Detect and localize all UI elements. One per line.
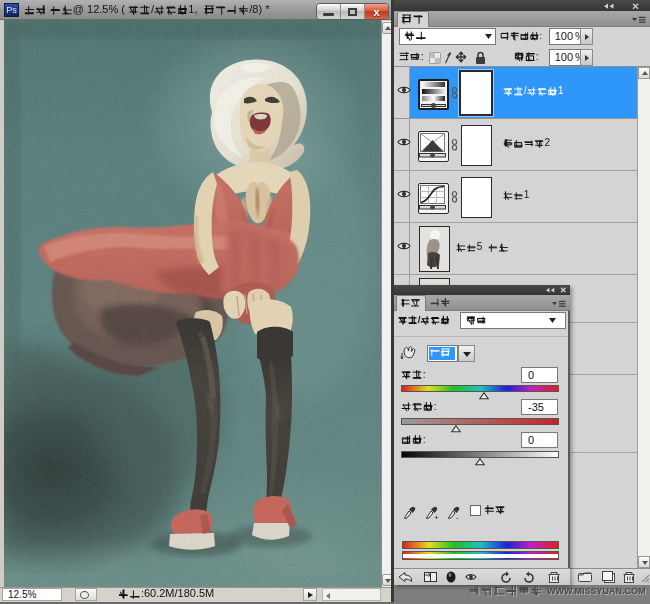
svg-text::: :: [434, 400, 437, 412]
svg-text:5: 5: [477, 241, 483, 252]
svg-text::: :: [421, 50, 424, 62]
svg-text:+: +: [434, 513, 439, 522]
svg-text:2: 2: [545, 137, 551, 148]
svg-text::: :: [423, 368, 426, 380]
svg-text::: :: [540, 30, 543, 41]
svg-text::60.2M/180.5M: :60.2M/180.5M: [141, 587, 214, 599]
svg-text::: :: [536, 50, 539, 62]
svg-text:1: 1: [558, 85, 564, 96]
svg-text:@ 12.5% (: @ 12.5% (: [73, 3, 125, 15]
svg-text:/: /: [418, 314, 421, 325]
svg-text:/: /: [524, 85, 527, 96]
svg-text:1,: 1,: [188, 3, 197, 15]
svg-text:/8) *: /8) *: [249, 3, 270, 15]
svg-text::: :: [423, 433, 426, 445]
svg-text:/: /: [151, 3, 155, 15]
svg-text:-: -: [456, 513, 459, 522]
svg-text:1: 1: [524, 189, 530, 200]
